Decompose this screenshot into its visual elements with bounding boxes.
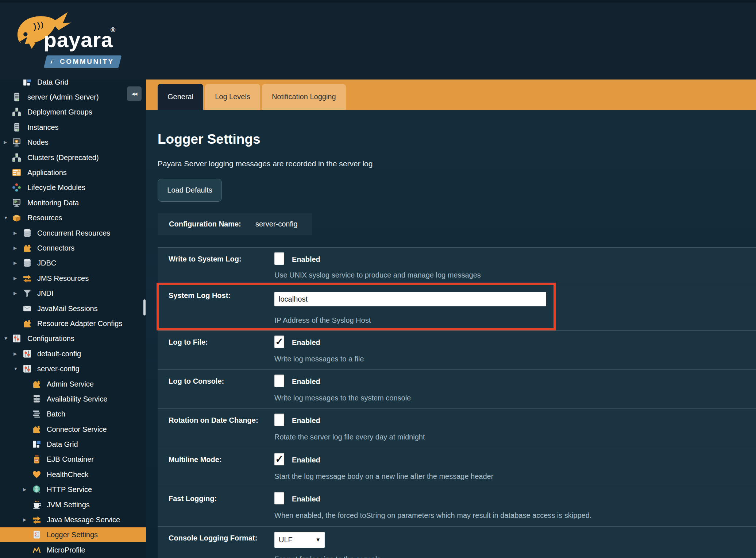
sidebar-item-server-admin-server[interactable]: server (Admin Server) (0, 89, 146, 104)
sidebar-item-label: Availability Service (47, 395, 107, 403)
tab-general[interactable]: General (158, 84, 203, 110)
sidebar-item-label: EJB Container (47, 455, 94, 464)
enabled-label: Enabled (292, 456, 320, 464)
dropdown-arrow-icon: ▼ (315, 532, 321, 548)
console-logging-format-select[interactable]: ULF▼ (274, 532, 325, 548)
tab-log-levels[interactable]: Log Levels (205, 84, 260, 110)
tree-expand-arrow-icon[interactable]: ▶ (14, 276, 17, 281)
sidebar-item-label: Resources (27, 214, 62, 222)
sidebar-item-monitoring-data[interactable]: Monitoring Data (0, 195, 146, 210)
globe-icon (32, 485, 41, 494)
data-grid-icon (23, 80, 32, 86)
sidebar-item-connector-service[interactable]: Connector Service (0, 422, 146, 437)
sidebar-item-admin-service[interactable]: Admin Service (0, 376, 146, 391)
tree-expand-arrow-icon[interactable]: ▶ (4, 140, 7, 145)
sidebar-item-clusters-deprecated[interactable]: Clusters (Deprecated) (0, 150, 146, 165)
tree-expand-arrow-icon[interactable]: ▶ (23, 487, 26, 492)
puzzle-icon (32, 379, 41, 388)
configuration-name-value: server-config (255, 220, 298, 228)
sidebar-collapse-button[interactable]: ◀◀ (127, 86, 142, 101)
sidebar-item-label: Nodes (27, 138, 49, 147)
sidebar-item-javamail-sessions[interactable]: JavaMail Sessions (0, 301, 146, 316)
database-icon (23, 259, 32, 268)
sidebar-item-healthcheck[interactable]: HealthCheck (0, 467, 146, 482)
sidebar-item-server-config[interactable]: ▼server-config (0, 361, 146, 376)
log-to-console-checkbox[interactable] (274, 375, 284, 387)
data-grid-icon (32, 440, 41, 449)
sidebar-item-nodes[interactable]: ▶Nodes (0, 135, 146, 150)
sidebar-item-jdbc[interactable]: ▶JDBC (0, 256, 146, 271)
sidebar-item-data-grid[interactable]: Data Grid (0, 437, 146, 452)
sidebar-item-http-service[interactable]: ▶HTTP Service (0, 482, 146, 497)
sidebar-item-configurations[interactable]: ▼Configurations (0, 331, 146, 346)
sidebar-item-resource-adapter-configs[interactable]: Resource Adapter Configs (0, 316, 146, 331)
sidebar-item-availability-service[interactable]: Availability Service (0, 391, 146, 406)
sidebar-item-label: HTTP Service (47, 485, 92, 494)
fast-logging-checkbox[interactable] (274, 492, 284, 504)
log-to-file-checkbox[interactable]: ✓ (274, 336, 284, 348)
sidebar-item-deployment-groups[interactable]: Deployment Groups (0, 105, 146, 120)
rotation-on-date-change-checkbox[interactable] (274, 414, 284, 426)
coffee-icon (32, 500, 41, 509)
field-label-log-to-file: Log to File: (169, 338, 208, 346)
sidebar-item-label: MicroProfile (47, 546, 85, 554)
sidebar-item-concurrent-resources[interactable]: ▶Concurrent Resources (0, 225, 146, 240)
sidebar-item-jvm-settings[interactable]: JVM Settings (0, 497, 146, 512)
tree-expand-arrow-icon[interactable]: ▶ (14, 291, 17, 296)
sidebar-item-jms-resources[interactable]: ▶JMS Resources (0, 271, 146, 286)
sidebar-item-data-grid[interactable]: Data Grid (0, 80, 146, 89)
sidebar-item-label: JMS Resources (37, 274, 89, 282)
load-defaults-button[interactable]: Load Defaults (158, 179, 222, 202)
sidebar-item-jndi[interactable]: ▶JNDI (0, 286, 146, 301)
field-label-write-to-system-log: Write to System Log: (169, 255, 242, 263)
field-help-text: Use UNIX syslog service to produce and m… (274, 271, 481, 279)
sidebar-item-java-message-service[interactable]: ▶Java Message Service (0, 512, 146, 527)
tab-notification-logging[interactable]: Notification Logging (262, 84, 346, 110)
sidebar-scrollbar-thumb[interactable] (143, 299, 146, 315)
sidebar-item-default-config[interactable]: ▶default-config (0, 346, 146, 361)
jar-icon: JAR (32, 455, 41, 464)
tree-expand-arrow-icon[interactable]: ▶ (14, 351, 17, 356)
sidebar-item-logger-settings[interactable]: Logger Settings (0, 527, 146, 542)
field-help-text: Start the log message body on a new line… (274, 472, 493, 481)
sidebar-item-lifecycle-modules[interactable]: Lifecycle Modules (0, 180, 146, 195)
sidebar-item-label: default-config (37, 349, 81, 358)
microprofile-icon (32, 545, 41, 554)
sidebar-item-label: Java Message Service (47, 516, 120, 524)
tree-expand-arrow-icon[interactable]: ▶ (14, 260, 17, 266)
double-left-chevron-icon: ◀◀ (132, 92, 137, 96)
sidebar-item-connectors[interactable]: ▶Connectors (0, 240, 146, 255)
sidebar-item-label: server-config (37, 365, 80, 373)
sidebar-item-ejb-container[interactable]: JAREJB Container (0, 452, 146, 467)
tree-expand-arrow-icon[interactable]: ▶ (14, 230, 17, 236)
registered-mark: ® (111, 26, 115, 34)
sidebar-item-resources[interactable]: ▼Resources (0, 210, 146, 225)
field-help-text: When enabled, the forced toString on par… (274, 511, 591, 520)
tree-expand-arrow-icon[interactable]: ▶ (14, 245, 17, 251)
sidebar-item-label: Instances (27, 123, 59, 131)
sidebar-item-batch[interactable]: Batch (0, 407, 146, 422)
page-subtitle: Payara Server logging messages are recor… (158, 159, 373, 168)
puzzle-icon (23, 243, 32, 252)
tree-expand-arrow-icon[interactable]: ▶ (23, 517, 26, 522)
sidebar-item-label: Configurations (27, 334, 74, 343)
sidebar-item-microprofile[interactable]: MicroProfile (0, 542, 146, 557)
tree-collapse-arrow-icon[interactable]: ▼ (4, 215, 8, 220)
form-row-log-to-file: Log to File:✓EnabledWrite log messages t… (158, 330, 756, 369)
tree-collapse-arrow-icon[interactable]: ▼ (4, 336, 8, 341)
sliders-icon (23, 349, 32, 358)
system-log-host-input[interactable] (274, 292, 546, 306)
tree-collapse-arrow-icon[interactable]: ▼ (14, 366, 18, 371)
puzzle-icon (23, 319, 32, 328)
sidebar-item-label: Batch (47, 410, 65, 418)
form-row-multiline-mode: Multiline Mode:✓EnabledStart the log mes… (158, 448, 756, 487)
main-content: GeneralLog LevelsNotification Logging Lo… (146, 80, 756, 558)
badge-hook-icon (49, 58, 56, 65)
community-badge: COMMUNITY (44, 55, 122, 68)
monitor-icon (12, 198, 21, 207)
sidebar-item-label: JNDI (37, 289, 53, 298)
sidebar-item-instances[interactable]: Instances (0, 120, 146, 135)
sidebar-item-applications[interactable]: Applications (0, 165, 146, 180)
multiline-mode-checkbox[interactable]: ✓ (274, 453, 284, 465)
write-to-system-log-checkbox[interactable] (274, 252, 284, 265)
